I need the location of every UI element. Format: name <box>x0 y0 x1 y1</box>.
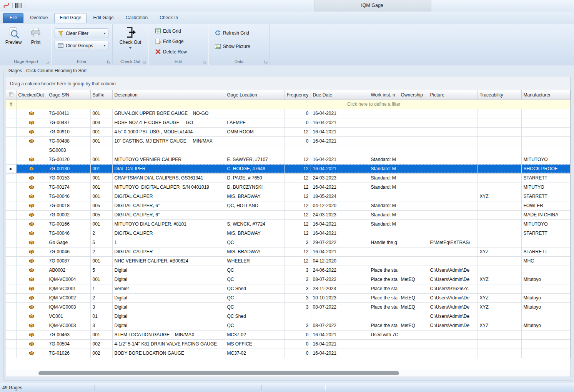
cell-gage-sn[interactable]: 7G-00910 <box>47 127 90 136</box>
checked-out-cell[interactable] <box>16 302 47 312</box>
checked-out-cell[interactable] <box>16 247 47 256</box>
cell-suffix[interactable]: 1 <box>90 284 112 293</box>
cell-due-date[interactable]: 08-07-2022 <box>311 302 369 312</box>
cell-manufacturer[interactable] <box>521 312 571 321</box>
cell-gage-sn[interactable]: 7G-00463 <box>47 330 90 339</box>
cell-due-date[interactable]: 16-04-2021 <box>311 109 369 118</box>
cell-gage-location[interactable]: QC <box>225 302 285 312</box>
cell-traceability[interactable] <box>478 330 521 339</box>
cell-frequency[interactable]: 0 <box>285 109 311 118</box>
cell-work-inst[interactable]: Place the sta <box>369 321 399 330</box>
table-row[interactable]: 7G-00153001CRAFTSMAN DIAL CALIPERS, GS36… <box>6 173 571 183</box>
checked-out-cell[interactable] <box>16 183 47 192</box>
cell-suffix[interactable]: 001 <box>90 256 112 266</box>
cell-ownership[interactable] <box>399 136 428 146</box>
horizontal-scrollbar[interactable] <box>6 370 571 377</box>
cell-description[interactable]: 4.5" 0-1000 PSI- USG , MODEL#1404 <box>112 127 225 136</box>
table-row[interactable]: 7G-000462DIGITAL CALIPERM/S, BRADWAY1216… <box>6 229 571 238</box>
cell-ownership[interactable] <box>399 266 428 275</box>
column-header-work-inst-n[interactable]: Work inst. n <box>369 90 399 100</box>
checked-out-cell[interactable] <box>16 312 47 321</box>
cell-picture[interactable]: C:\Users\Admin\De <box>428 312 478 321</box>
cell-picture[interactable] <box>428 210 478 219</box>
cell-traceability[interactable] <box>478 266 521 275</box>
cell-work-inst[interactable]: Handle the g <box>369 238 399 247</box>
clear-groups-button[interactable]: Clear Groups <box>55 41 108 50</box>
cell-traceability[interactable] <box>478 164 521 173</box>
cell-gage-location[interactable]: WHEELER <box>225 256 285 266</box>
table-row[interactable]: 7G-00046001DIGITAL CALIPERM/S, BRADWAY12… <box>6 192 571 201</box>
table-row[interactable]: 7G-00120001MITUTOYO VERNIER CALIPERE. SA… <box>6 155 571 164</box>
cell-frequency[interactable]: 12 <box>285 155 311 164</box>
tab-file[interactable]: File <box>3 13 23 23</box>
cell-work-inst[interactable]: Standard: M <box>369 183 399 192</box>
cell-picture[interactable] <box>428 219 478 229</box>
table-row[interactable]: 7G-00174001MITUTOYO DIGITAL CALIPER S/N … <box>6 183 571 192</box>
cell-due-date[interactable]: 16-04-2021 <box>311 118 369 127</box>
cell-frequency[interactable]: 12 <box>285 173 311 183</box>
cell-description[interactable]: MITUTOYO DIAL CALIPER, #8101 <box>112 219 225 229</box>
cell-gage-location[interactable]: QC Shed <box>225 312 285 321</box>
cell-manufacturer[interactable]: SHOCK PROOF <box>521 164 571 173</box>
cell-description[interactable]: NHC VERNIER CALIPER, #B00624 <box>112 256 225 266</box>
cell-suffix[interactable]: 001 <box>90 127 112 136</box>
cell-picture[interactable]: C:\Users\Admin\De <box>428 302 478 312</box>
cell-description[interactable]: Digital <box>112 302 225 312</box>
barcode-icon[interactable] <box>15 3 23 8</box>
checked-out-cell[interactable] <box>16 229 47 238</box>
cell-description[interactable]: DIGITAL CALIPER <box>112 192 225 201</box>
cell-traceability[interactable] <box>478 210 521 219</box>
cell-traceability[interactable] <box>478 136 521 146</box>
cell-suffix[interactable]: 2 <box>90 247 112 256</box>
column-header-suffix[interactable]: Suffix <box>90 90 112 100</box>
cell-description[interactable]: Vernier <box>112 284 225 293</box>
cell-manufacturer[interactable] <box>521 109 571 118</box>
cell-gage-sn[interactable]: 7G-00174 <box>47 183 90 192</box>
cell-due-date[interactable] <box>311 146 369 155</box>
cell-traceability[interactable] <box>478 173 521 183</box>
cell-picture[interactable] <box>428 155 478 164</box>
tab-overdue[interactable]: Overdue <box>25 13 53 23</box>
cell-picture[interactable] <box>428 118 478 127</box>
cell-frequency[interactable]: 12 <box>285 210 311 219</box>
cell-suffix[interactable]: 001 <box>90 192 112 201</box>
cell-picture[interactable] <box>428 229 478 238</box>
cell-suffix[interactable]: 005 <box>90 210 112 219</box>
cell-work-inst[interactable] <box>369 312 399 321</box>
cell-due-date[interactable]: 16-04-2021 <box>311 229 369 238</box>
refresh-grid-button[interactable]: Refresh Grid <box>212 29 252 37</box>
cell-ownership[interactable] <box>399 210 428 219</box>
checked-out-cell[interactable] <box>16 173 47 183</box>
cell-traceability[interactable]: XYZ <box>478 321 521 330</box>
cell-picture[interactable] <box>428 256 478 266</box>
cell-manufacturer[interactable]: Mitutoyo <box>521 275 571 284</box>
cell-traceability[interactable] <box>478 155 521 164</box>
cell-description[interactable]: DIAL CALIPER <box>112 164 225 173</box>
cell-gage-sn[interactable]: 7G-00488 <box>47 136 90 146</box>
cell-description[interactable]: DIGITAL CALIPER, 6" <box>112 201 225 210</box>
cell-work-inst[interactable] <box>369 127 399 136</box>
cell-manufacturer[interactable] <box>521 118 571 127</box>
cell-frequency[interactable]: 3 <box>285 238 311 247</box>
cell-ownership[interactable] <box>399 256 428 266</box>
cell-manufacturer[interactable] <box>521 349 571 358</box>
cell-ownership[interactable] <box>399 247 428 256</box>
cell-traceability[interactable] <box>478 201 521 210</box>
checked-out-cell[interactable] <box>16 219 47 229</box>
cell-ownership[interactable]: MetEQ <box>399 321 428 330</box>
cell-picture[interactable]: C:\Users\Admin\De <box>428 275 478 284</box>
cell-ownership[interactable]: MetEQ <box>399 293 428 302</box>
cell-due-date[interactable]: 16-04-2021 <box>311 349 369 358</box>
edit-grid-button[interactable]: Edit Grid <box>152 27 184 35</box>
table-row[interactable]: 7G-005040024-1/2" 5-1/4" K81 DRAIN VALVE… <box>6 339 571 349</box>
cell-gage-sn[interactable]: 7G-00087 <box>47 256 90 266</box>
cell-gage-sn[interactable]: 7G-00018 <box>47 201 90 210</box>
show-picture-button[interactable]: Show Picture <box>212 42 253 51</box>
cell-gage-sn[interactable]: 7G-00504 <box>47 339 90 349</box>
cell-due-date[interactable]: 04-12-2020 <box>311 201 369 210</box>
checked-out-cell[interactable] <box>16 192 47 201</box>
cell-gage-location[interactable]: QC, HOLLAND <box>225 201 285 210</box>
table-row[interactable]: 7G-00437003HOSE NOZZLE CORE GAUGE GOLAEM… <box>6 118 571 127</box>
cell-gage-location[interactable]: C. HODGE, #7649 <box>225 164 285 173</box>
table-row[interactable]: 7G-00463001STEM LOCATION GAUGE MIN/MAXMC… <box>6 330 571 339</box>
